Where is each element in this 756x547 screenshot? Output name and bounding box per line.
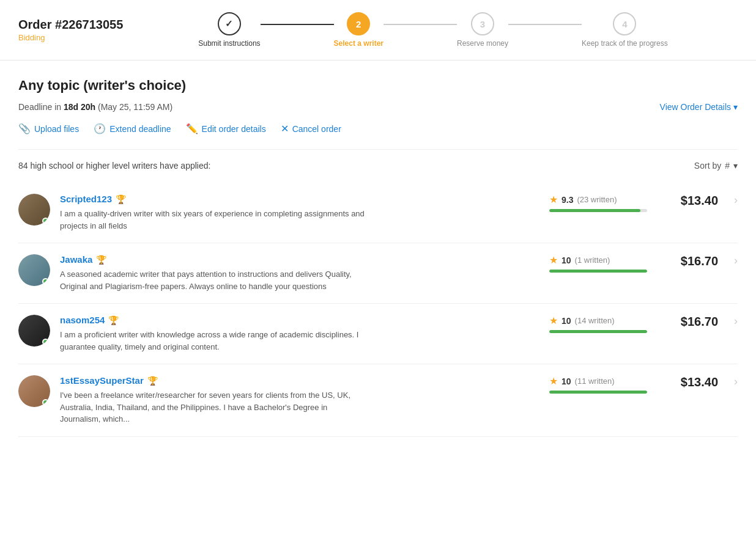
progress-fill: [549, 270, 647, 273]
writer-select-arrow-jawaka[interactable]: ›: [728, 254, 738, 267]
step-line-2: [508, 24, 582, 25]
online-indicator: [42, 339, 49, 345]
progress-bar: [549, 270, 647, 273]
deadline-row: Deadline in 18d 20h (May 25, 11:59 AM) V…: [18, 102, 738, 112]
stepper: ✓ Submit instructions 2 Select a writer …: [128, 12, 738, 48]
page-title: Any topic (writer's choice): [18, 78, 738, 94]
trophy-icon: 🏆: [116, 194, 126, 204]
rating-row: ★ 10 (1 written): [549, 254, 610, 266]
writer-stats-nasom254: ★ 10 (14 written): [537, 315, 659, 333]
rating-value: 10: [561, 255, 571, 265]
writer-name-jawaka[interactable]: Jawaka: [60, 254, 92, 265]
writer-avatar-scripted123: [18, 194, 50, 226]
writer-price-scripted123: $13.40: [669, 194, 718, 208]
step-circle-select: 2: [347, 12, 370, 35]
rating-count: (11 written): [575, 376, 615, 386]
rating-row: ★ 10 (14 written): [549, 315, 615, 326]
step-circle-submit: ✓: [218, 12, 241, 35]
trophy-icon: 🏆: [147, 376, 158, 386]
progress-bar: [549, 330, 647, 333]
writer-name-row: Scripted123 🏆: [60, 194, 527, 204]
step-select: 2 Select a writer: [334, 12, 384, 48]
progress-fill: [549, 330, 647, 333]
writer-stats-1stessaysuperstar: ★ 10 (11 written): [537, 375, 659, 394]
writers-count: 84 high school or higher level writers h…: [18, 161, 210, 171]
writer-bio-1stessaysuperstar: I've been a freelance writer/researcher …: [60, 389, 366, 425]
rating-count: (23 written): [577, 195, 617, 204]
online-indicator: [42, 218, 49, 224]
action-cancel-button[interactable]: ✕Cancel order: [281, 123, 341, 134]
rating-count: (1 written): [575, 255, 610, 265]
trophy-icon: 🏆: [108, 315, 119, 325]
writer-card-jawaka: Jawaka 🏆 A seasoned academic writer that…: [18, 243, 738, 304]
step-line-0: [261, 24, 334, 25]
deadline-bold: 18d 20h: [64, 102, 95, 112]
rating-value: 9.3: [561, 195, 573, 205]
writers-header: 84 high school or higher level writers h…: [18, 149, 738, 171]
order-number: Order #226713055: [18, 18, 128, 32]
step-reserve: 3 Reserve money: [457, 12, 508, 48]
progress-fill: [549, 209, 640, 212]
action-extend-button[interactable]: 🕐Extend deadline: [94, 123, 171, 134]
writer-price-nasom254: $16.70: [669, 315, 718, 329]
writer-bio-scripted123: I am a quality-driven writer with six ye…: [60, 208, 366, 232]
online-indicator: [42, 399, 49, 406]
rating-value: 10: [561, 376, 571, 386]
writer-name-row: nasom254 🏆: [60, 315, 527, 325]
writer-name-row: 1stEssaySuperStar 🏆: [60, 375, 527, 386]
rating-value: 10: [561, 316, 571, 326]
writer-bio-jawaka: A seasoned academic writer that pays att…: [60, 268, 366, 292]
writer-info-jawaka: Jawaka 🏆 A seasoned academic writer that…: [60, 254, 527, 292]
progress-bar: [549, 391, 647, 394]
writers-list: Scripted123 🏆 I am a quality-driven writ…: [18, 183, 738, 437]
writer-price-jawaka: $16.70: [669, 254, 718, 268]
star-icon: ★: [549, 194, 558, 205]
actions-bar: 📎Upload files🕐Extend deadline✏️Edit orde…: [18, 123, 738, 134]
star-icon: ★: [549, 315, 558, 326]
writer-price-1stessaysuperstar: $13.40: [669, 375, 718, 389]
step-line-1: [384, 24, 457, 25]
writer-info-scripted123: Scripted123 🏆 I am a quality-driven writ…: [60, 194, 527, 232]
upload-icon: 📎: [18, 123, 31, 134]
progress-fill: [549, 391, 647, 394]
writer-card-1stessaysuperstar: 1stEssaySuperStar 🏆 I've been a freelanc…: [18, 364, 738, 437]
writer-card-nasom254: nasom254 🏆 I am a proficient writer with…: [18, 304, 738, 364]
step-label-track: Keep track of the progress: [582, 39, 668, 48]
rating-row: ★ 9.3 (23 written): [549, 194, 617, 205]
writer-bio-nasom254: I am a proficient writer with knowledge …: [60, 329, 366, 353]
order-status: Bidding: [18, 33, 128, 42]
writer-select-arrow-1stessaysuperstar[interactable]: ›: [728, 375, 738, 388]
writer-name-nasom254[interactable]: nasom254: [60, 315, 105, 325]
step-track: 4 Keep track of the progress: [582, 12, 668, 48]
sort-control[interactable]: Sort by # ▾: [694, 161, 738, 171]
step-submit: ✓ Submit instructions: [198, 12, 260, 48]
writer-name-row: Jawaka 🏆: [60, 254, 527, 265]
star-icon: ★: [549, 254, 558, 266]
edit-icon: ✏️: [186, 123, 198, 134]
writer-select-arrow-scripted123[interactable]: ›: [728, 194, 738, 207]
action-upload-button[interactable]: 📎Upload files: [18, 123, 79, 134]
star-icon: ★: [549, 375, 558, 387]
deadline-text: Deadline in 18d 20h (May 25, 11:59 AM): [18, 102, 172, 112]
online-indicator: [42, 278, 49, 285]
action-edit-button[interactable]: ✏️Edit order details: [186, 123, 266, 134]
cancel-icon: ✕: [281, 123, 289, 134]
writer-select-arrow-nasom254[interactable]: ›: [728, 315, 738, 328]
writer-card-scripted123: Scripted123 🏆 I am a quality-driven writ…: [18, 183, 738, 243]
extend-icon: 🕐: [94, 123, 106, 134]
view-order-details-link[interactable]: View Order Details ▾: [660, 102, 738, 112]
page-header: Order #226713055 Bidding ✓ Submit instru…: [0, 0, 756, 61]
writer-name-1stessaysuperstar[interactable]: 1stEssaySuperStar: [60, 375, 144, 386]
step-circle-track: 4: [613, 12, 636, 35]
rating-count: (14 written): [575, 316, 615, 325]
writer-stats-jawaka: ★ 10 (1 written): [537, 254, 659, 273]
trophy-icon: 🏆: [96, 255, 106, 265]
order-info: Order #226713055 Bidding: [18, 18, 128, 42]
rating-row: ★ 10 (11 written): [549, 375, 615, 387]
main-content: Any topic (writer's choice) Deadline in …: [0, 61, 756, 454]
deadline-date: (May 25, 11:59 AM): [98, 102, 172, 112]
step-label-reserve: Reserve money: [457, 39, 508, 48]
writer-name-scripted123[interactable]: Scripted123: [60, 194, 112, 204]
step-label-select: Select a writer: [334, 39, 384, 48]
step-label-submit: Submit instructions: [198, 39, 260, 48]
